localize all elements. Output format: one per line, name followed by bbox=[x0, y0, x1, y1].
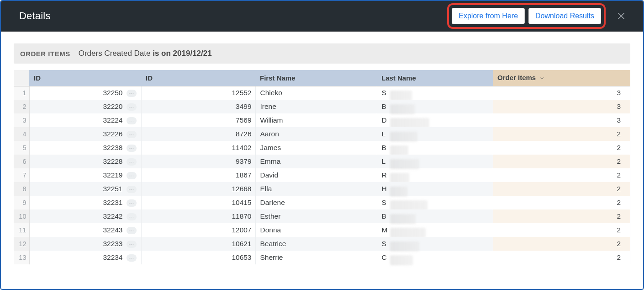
cell-order-items[interactable]: 2 bbox=[493, 209, 630, 223]
row-actions-icon[interactable]: ··· bbox=[127, 199, 137, 207]
table-row[interactable]: 232220···3499IreneB3 bbox=[14, 100, 630, 113]
cell-last-name[interactable]: S bbox=[377, 237, 493, 251]
cell-order-items[interactable]: 2 bbox=[493, 141, 630, 155]
table-row[interactable]: 132250···12552ChiekoS3 bbox=[14, 86, 630, 100]
cell-first-name[interactable]: Emma bbox=[255, 155, 377, 168]
cell-first-name[interactable]: Donna bbox=[255, 223, 377, 237]
cell-last-name[interactable]: L bbox=[377, 155, 493, 168]
cell-order-items[interactable]: 2 bbox=[493, 237, 630, 251]
cell-id2[interactable]: 11402 bbox=[141, 141, 255, 155]
cell-last-name[interactable]: B bbox=[377, 100, 493, 113]
row-actions-icon[interactable]: ··· bbox=[127, 227, 137, 234]
cell-order-items[interactable]: 3 bbox=[493, 86, 630, 100]
table-row[interactable]: 1032242···11870EstherB2 bbox=[14, 209, 630, 223]
row-actions-icon[interactable]: ··· bbox=[127, 172, 137, 179]
cell-first-name[interactable]: Esther bbox=[255, 209, 377, 223]
row-actions-icon[interactable]: ··· bbox=[127, 90, 137, 97]
cell-id1[interactable]: 32228··· bbox=[29, 155, 141, 168]
cell-id1[interactable]: 32226··· bbox=[29, 127, 141, 141]
table-row[interactable]: 1332234···10653SherrieC2 bbox=[14, 251, 630, 264]
cell-id1[interactable]: 32233··· bbox=[29, 237, 141, 251]
cell-id2[interactable]: 10653 bbox=[141, 251, 255, 264]
row-actions-icon[interactable]: ··· bbox=[127, 158, 137, 166]
cell-id2[interactable]: 12552 bbox=[141, 86, 255, 100]
cell-id2[interactable]: 3499 bbox=[141, 100, 255, 113]
cell-last-name[interactable]: C bbox=[377, 251, 493, 264]
cell-id1[interactable]: 32242··· bbox=[29, 209, 141, 223]
cell-first-name[interactable]: David bbox=[255, 168, 377, 182]
cell-id2[interactable]: 1867 bbox=[141, 168, 255, 182]
cell-last-name[interactable]: B bbox=[377, 141, 493, 155]
cell-id1[interactable]: 32243··· bbox=[29, 223, 141, 237]
table-row[interactable]: 1232233···10621BeatriceS2 bbox=[14, 237, 630, 251]
cell-first-name[interactable]: Chieko bbox=[255, 86, 377, 100]
table-row[interactable]: 632228···9379EmmaL2 bbox=[14, 155, 630, 168]
row-actions-icon[interactable]: ··· bbox=[127, 103, 137, 111]
cell-order-items[interactable]: 2 bbox=[493, 251, 630, 264]
cell-first-name[interactable]: Irene bbox=[255, 100, 377, 113]
cell-last-name[interactable]: S bbox=[377, 86, 493, 100]
col-id1[interactable]: ID bbox=[29, 70, 141, 86]
table-row[interactable]: 832251···12668EllaH2 bbox=[14, 182, 630, 196]
cell-order-items[interactable]: 3 bbox=[493, 100, 630, 113]
explore-from-here-button[interactable]: Explore from Here bbox=[452, 8, 525, 24]
cell-id1[interactable]: 32231··· bbox=[29, 196, 141, 209]
cell-last-name[interactable]: L bbox=[377, 127, 493, 141]
table-row[interactable]: 932231···10415DarleneS2 bbox=[14, 196, 630, 209]
cell-last-name[interactable]: S bbox=[377, 196, 493, 209]
cell-first-name[interactable]: Ella bbox=[255, 182, 377, 196]
cell-last-name[interactable]: B bbox=[377, 209, 493, 223]
cell-order-items[interactable]: 3 bbox=[493, 113, 630, 127]
cell-first-name[interactable]: Darlene bbox=[255, 196, 377, 209]
cell-first-name[interactable]: Aaron bbox=[255, 127, 377, 141]
row-actions-icon[interactable]: ··· bbox=[127, 145, 137, 152]
cell-last-name[interactable]: M bbox=[377, 223, 493, 237]
row-actions-icon[interactable]: ··· bbox=[127, 254, 137, 262]
cell-order-items[interactable]: 2 bbox=[493, 182, 630, 196]
cell-id2[interactable]: 8726 bbox=[141, 127, 255, 141]
cell-id2[interactable]: 7569 bbox=[141, 113, 255, 127]
row-actions-icon[interactable]: ··· bbox=[127, 213, 137, 220]
table-row[interactable]: 332224···7569WilliamD3 bbox=[14, 113, 630, 127]
cell-first-name[interactable]: Beatrice bbox=[255, 237, 377, 251]
row-actions-icon[interactable]: ··· bbox=[127, 131, 137, 138]
row-actions-icon[interactable]: ··· bbox=[127, 117, 137, 124]
cell-order-items[interactable]: 2 bbox=[493, 223, 630, 237]
cell-id2[interactable]: 12668 bbox=[141, 182, 255, 196]
cell-id1[interactable]: 32234··· bbox=[29, 251, 141, 264]
table-row[interactable]: 532238···11402JamesB2 bbox=[14, 141, 630, 155]
cell-order-items[interactable]: 2 bbox=[493, 168, 630, 182]
col-order-items[interactable]: Order Items bbox=[493, 70, 630, 86]
cell-id2[interactable]: 9379 bbox=[141, 155, 255, 168]
cell-order-items[interactable]: 2 bbox=[493, 127, 630, 141]
cell-id2[interactable]: 11870 bbox=[141, 209, 255, 223]
cell-first-name[interactable]: Sherrie bbox=[255, 251, 377, 264]
cell-id1[interactable]: 32251··· bbox=[29, 182, 141, 196]
row-actions-icon[interactable]: ··· bbox=[127, 241, 137, 248]
table-row[interactable]: 732219···1867DavidR2 bbox=[14, 168, 630, 182]
cell-id2[interactable]: 10415 bbox=[141, 196, 255, 209]
close-button[interactable] bbox=[612, 7, 630, 25]
cell-last-name[interactable]: D bbox=[377, 113, 493, 127]
col-first-name[interactable]: First Name bbox=[255, 70, 377, 86]
table-row[interactable]: 1132243···12007DonnaM2 bbox=[14, 223, 630, 237]
cell-id1[interactable]: 32238··· bbox=[29, 141, 141, 155]
col-last-name[interactable]: Last Name bbox=[377, 70, 493, 86]
cell-id1[interactable]: 32224··· bbox=[29, 113, 141, 127]
cell-order-items[interactable]: 2 bbox=[493, 196, 630, 209]
col-id2[interactable]: ID bbox=[141, 70, 255, 86]
cell-last-name[interactable]: R bbox=[377, 168, 493, 182]
cell-id1[interactable]: 32250··· bbox=[29, 86, 141, 100]
row-actions-icon[interactable]: ··· bbox=[127, 186, 137, 193]
cell-id2[interactable]: 10621 bbox=[141, 237, 255, 251]
cell-last-name[interactable]: H bbox=[377, 182, 493, 196]
cell-first-name[interactable]: James bbox=[255, 141, 377, 155]
cell-order-items[interactable]: 2 bbox=[493, 155, 630, 168]
cell-first-name[interactable]: William bbox=[255, 113, 377, 127]
cell-id2[interactable]: 12007 bbox=[141, 223, 255, 237]
table-row[interactable]: 432226···8726AaronL2 bbox=[14, 127, 630, 141]
row-number: 9 bbox=[14, 196, 29, 209]
cell-id1[interactable]: 32219··· bbox=[29, 168, 141, 182]
download-results-button[interactable]: Download Results bbox=[528, 8, 601, 24]
cell-id1[interactable]: 32220··· bbox=[29, 100, 141, 113]
